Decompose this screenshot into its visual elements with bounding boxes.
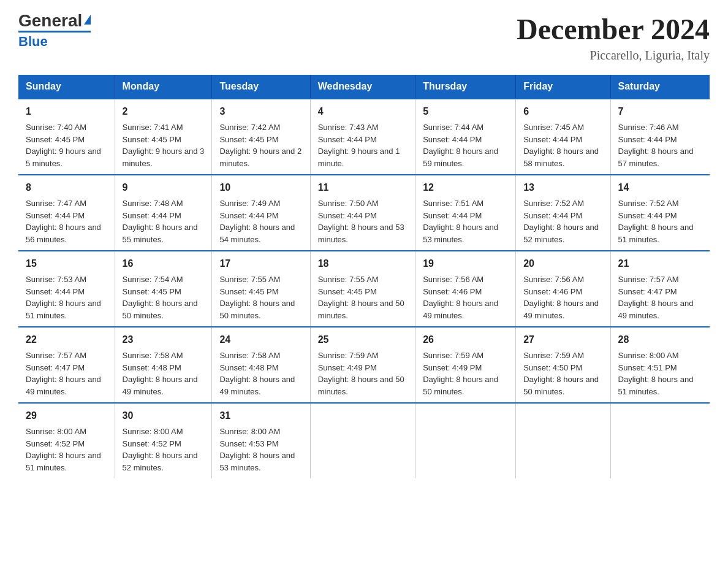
location-subtitle: Piccarello, Liguria, Italy [517, 48, 710, 63]
col-tuesday: Tuesday [212, 75, 310, 99]
calendar-cell: 24Sunrise: 7:58 AMSunset: 4:48 PMDayligh… [212, 327, 310, 403]
calendar-cell: 25Sunrise: 7:59 AMSunset: 4:49 PMDayligh… [310, 327, 415, 403]
day-info: Sunrise: 7:46 AMSunset: 4:44 PMDaylight:… [618, 121, 702, 169]
calendar-cell: 23Sunrise: 7:58 AMSunset: 4:48 PMDayligh… [115, 327, 212, 403]
day-info: Sunrise: 7:56 AMSunset: 4:46 PMDaylight:… [523, 274, 602, 321]
day-number: 15 [26, 256, 107, 271]
calendar-cell [415, 403, 516, 478]
col-thursday: Thursday [415, 75, 516, 99]
day-info: Sunrise: 7:45 AMSunset: 4:44 PMDaylight:… [523, 121, 602, 169]
day-number: 28 [618, 332, 702, 347]
calendar-cell: 2Sunrise: 7:41 AMSunset: 4:45 PMDaylight… [115, 99, 212, 175]
week-row: 29Sunrise: 8:00 AMSunset: 4:52 PMDayligh… [18, 403, 710, 478]
week-row: 22Sunrise: 7:57 AMSunset: 4:47 PMDayligh… [18, 327, 710, 403]
day-info: Sunrise: 7:58 AMSunset: 4:48 PMDaylight:… [219, 350, 302, 397]
day-info: Sunrise: 7:40 AMSunset: 4:45 PMDaylight:… [26, 121, 107, 169]
title-area: December 2024 Piccarello, Liguria, Italy [517, 12, 710, 63]
day-info: Sunrise: 7:58 AMSunset: 4:48 PMDaylight:… [123, 350, 205, 397]
day-info: Sunrise: 8:00 AMSunset: 4:52 PMDaylight:… [123, 426, 205, 473]
day-number: 11 [318, 180, 408, 195]
day-info: Sunrise: 7:53 AMSunset: 4:44 PMDaylight:… [26, 274, 107, 321]
day-number: 6 [523, 104, 602, 119]
day-info: Sunrise: 7:48 AMSunset: 4:44 PMDaylight:… [123, 197, 205, 245]
week-row: 1Sunrise: 7:40 AMSunset: 4:45 PMDaylight… [18, 99, 710, 175]
calendar-cell: 17Sunrise: 7:55 AMSunset: 4:45 PMDayligh… [212, 251, 310, 327]
logo-text-general: General [18, 12, 82, 29]
col-monday: Monday [115, 75, 212, 99]
col-sunday: Sunday [18, 75, 115, 99]
col-saturday: Saturday [610, 75, 710, 99]
calendar-cell: 28Sunrise: 8:00 AMSunset: 4:51 PMDayligh… [610, 327, 710, 403]
calendar-cell: 26Sunrise: 7:59 AMSunset: 4:49 PMDayligh… [415, 327, 516, 403]
calendar-cell: 16Sunrise: 7:54 AMSunset: 4:45 PMDayligh… [115, 251, 212, 327]
day-number: 24 [219, 332, 302, 347]
day-number: 3 [219, 104, 302, 119]
day-number: 23 [123, 332, 205, 347]
day-info: Sunrise: 7:52 AMSunset: 4:44 PMDaylight:… [523, 197, 602, 245]
calendar-cell: 5Sunrise: 7:44 AMSunset: 4:44 PMDaylight… [415, 99, 516, 175]
calendar-cell: 11Sunrise: 7:50 AMSunset: 4:44 PMDayligh… [310, 175, 415, 251]
calendar-cell: 8Sunrise: 7:47 AMSunset: 4:44 PMDaylight… [18, 175, 115, 251]
day-number: 7 [618, 104, 702, 119]
day-info: Sunrise: 7:43 AMSunset: 4:44 PMDaylight:… [318, 121, 408, 169]
logo-text-blue: Blue [18, 34, 48, 50]
calendar-cell: 14Sunrise: 7:52 AMSunset: 4:44 PMDayligh… [610, 175, 710, 251]
calendar-cell: 7Sunrise: 7:46 AMSunset: 4:44 PMDaylight… [610, 99, 710, 175]
day-number: 16 [123, 256, 205, 271]
day-info: Sunrise: 7:54 AMSunset: 4:45 PMDaylight:… [123, 274, 205, 321]
page-header: General Blue December 2024 Piccarello, L… [18, 12, 710, 63]
day-number: 1 [26, 104, 107, 119]
calendar-cell: 29Sunrise: 8:00 AMSunset: 4:52 PMDayligh… [18, 403, 115, 478]
day-number: 27 [523, 332, 602, 347]
day-number: 14 [618, 180, 702, 195]
day-info: Sunrise: 7:55 AMSunset: 4:45 PMDaylight:… [219, 274, 302, 321]
day-info: Sunrise: 7:56 AMSunset: 4:46 PMDaylight:… [423, 274, 508, 321]
day-number: 30 [123, 408, 205, 423]
day-number: 8 [26, 180, 107, 195]
calendar-table: Sunday Monday Tuesday Wednesday Thursday… [18, 75, 710, 478]
day-number: 9 [123, 180, 205, 195]
day-number: 17 [219, 256, 302, 271]
calendar-cell: 10Sunrise: 7:49 AMSunset: 4:44 PMDayligh… [212, 175, 310, 251]
day-info: Sunrise: 8:00 AMSunset: 4:52 PMDaylight:… [26, 426, 107, 473]
day-number: 18 [318, 256, 408, 271]
logo-triangle-icon [84, 15, 91, 25]
calendar-cell: 18Sunrise: 7:55 AMSunset: 4:45 PMDayligh… [310, 251, 415, 327]
day-info: Sunrise: 8:00 AMSunset: 4:53 PMDaylight:… [219, 426, 302, 473]
day-info: Sunrise: 7:52 AMSunset: 4:44 PMDaylight:… [618, 197, 702, 245]
day-info: Sunrise: 7:59 AMSunset: 4:49 PMDaylight:… [423, 350, 508, 397]
day-info: Sunrise: 7:42 AMSunset: 4:45 PMDaylight:… [219, 121, 302, 169]
day-info: Sunrise: 8:00 AMSunset: 4:51 PMDaylight:… [618, 350, 702, 397]
day-number: 12 [423, 180, 508, 195]
day-number: 19 [423, 256, 508, 271]
calendar-cell: 19Sunrise: 7:56 AMSunset: 4:46 PMDayligh… [415, 251, 516, 327]
day-info: Sunrise: 7:47 AMSunset: 4:44 PMDaylight:… [26, 197, 107, 245]
calendar-cell: 30Sunrise: 8:00 AMSunset: 4:52 PMDayligh… [115, 403, 212, 478]
calendar-cell [516, 403, 610, 478]
header-row: Sunday Monday Tuesday Wednesday Thursday… [18, 75, 710, 99]
logo: General Blue [18, 12, 91, 50]
day-info: Sunrise: 7:49 AMSunset: 4:44 PMDaylight:… [219, 197, 302, 245]
day-info: Sunrise: 7:50 AMSunset: 4:44 PMDaylight:… [318, 197, 408, 245]
day-info: Sunrise: 7:57 AMSunset: 4:47 PMDaylight:… [26, 350, 107, 397]
calendar-header: Sunday Monday Tuesday Wednesday Thursday… [18, 75, 710, 99]
day-number: 31 [219, 408, 302, 423]
day-number: 2 [123, 104, 205, 119]
day-number: 26 [423, 332, 508, 347]
day-number: 21 [618, 256, 702, 271]
month-title: December 2024 [517, 12, 710, 46]
calendar-cell: 4Sunrise: 7:43 AMSunset: 4:44 PMDaylight… [310, 99, 415, 175]
col-wednesday: Wednesday [310, 75, 415, 99]
calendar-cell: 1Sunrise: 7:40 AMSunset: 4:45 PMDaylight… [18, 99, 115, 175]
day-info: Sunrise: 7:59 AMSunset: 4:49 PMDaylight:… [318, 350, 408, 397]
calendar-cell: 31Sunrise: 8:00 AMSunset: 4:53 PMDayligh… [212, 403, 310, 478]
calendar-cell [310, 403, 415, 478]
calendar-cell: 15Sunrise: 7:53 AMSunset: 4:44 PMDayligh… [18, 251, 115, 327]
calendar-cell: 21Sunrise: 7:57 AMSunset: 4:47 PMDayligh… [610, 251, 710, 327]
calendar-cell [610, 403, 710, 478]
day-number: 29 [26, 408, 107, 423]
logo-divider [18, 31, 91, 33]
day-info: Sunrise: 7:51 AMSunset: 4:44 PMDaylight:… [423, 197, 508, 245]
calendar-cell: 3Sunrise: 7:42 AMSunset: 4:45 PMDaylight… [212, 99, 310, 175]
calendar-body: 1Sunrise: 7:40 AMSunset: 4:45 PMDaylight… [18, 99, 710, 478]
